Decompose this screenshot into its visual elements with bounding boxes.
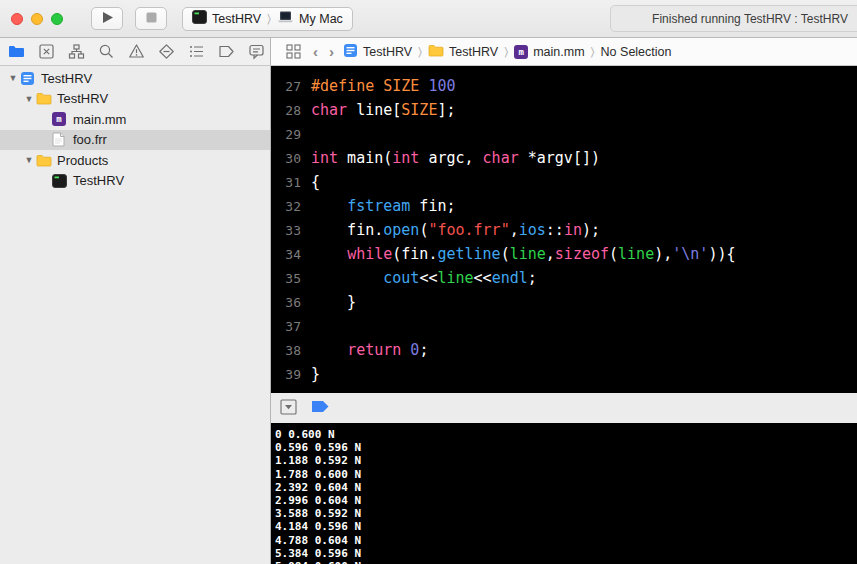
activity-viewer[interactable]: Finished running TestHRV : TestHRV xyxy=(610,5,857,32)
plain-file-icon xyxy=(52,132,69,147)
laptop-icon xyxy=(277,11,294,26)
console-text: 0 0.600 N 0.596 0.596 N 1.188 0.592 N 1.… xyxy=(275,428,857,564)
minimize-window-button[interactable] xyxy=(31,13,43,25)
folder-icon xyxy=(428,44,444,60)
project-navigator-icon[interactable] xyxy=(5,42,27,61)
breakpoint-navigator-icon[interactable] xyxy=(215,42,237,61)
chevron-right-icon: 〉 xyxy=(417,45,423,59)
line-number: 28 xyxy=(271,99,311,123)
hide-debug-area-icon xyxy=(280,399,297,418)
project-file-icon xyxy=(343,43,358,61)
line-number: 30 xyxy=(271,147,311,171)
code-line: 27#define SIZE 100 xyxy=(271,74,857,98)
code-line: 38 return 0; xyxy=(271,338,857,362)
project-navigator-panel: ▼TestHRV▼TestHRVmmain.mmfoo.frr▼Products… xyxy=(0,66,271,564)
tree-item-foo-frr[interactable]: foo.frr xyxy=(0,130,270,151)
code-line: 40 xyxy=(271,386,857,393)
line-number: 38 xyxy=(271,339,311,363)
tree-item-label: Products xyxy=(57,153,108,168)
play-icon xyxy=(101,11,114,27)
tree-item-testhrv[interactable]: TestHRV xyxy=(0,171,270,192)
code-line: 30int main(int argc, char *argv[]) xyxy=(271,146,857,170)
breadcrumb-label: main.mm xyxy=(533,45,584,59)
hide-debug-area-button[interactable] xyxy=(280,399,297,418)
run-button[interactable] xyxy=(91,7,123,30)
console-output[interactable]: 0 0.600 N 0.596 0.596 N 1.188 0.592 N 1.… xyxy=(271,423,857,564)
tree-item-label: TestHRV xyxy=(41,71,92,86)
breadcrumb-item[interactable]: No Selection xyxy=(601,45,672,59)
code-line: 37 xyxy=(271,314,857,338)
go-back-button[interactable]: ‹ xyxy=(311,43,320,60)
chevron-right-icon: 〉 xyxy=(266,12,272,26)
line-number: 29 xyxy=(271,123,311,147)
code-line: 33 fin.open("foo.frr",ios::in); xyxy=(271,218,857,242)
symbol-navigator-icon[interactable] xyxy=(65,42,87,61)
line-number: 35 xyxy=(271,267,311,291)
scheme-selector[interactable]: TestHRV 〉 My Mac xyxy=(182,7,353,31)
breadcrumb-label: TestHRV xyxy=(449,45,498,59)
folder-icon xyxy=(36,92,53,105)
mm-file-icon: m xyxy=(52,112,69,126)
source-control-navigator-icon[interactable] xyxy=(35,42,57,61)
breadcrumb-item[interactable]: TestHRV xyxy=(428,44,498,60)
test-navigator-icon[interactable] xyxy=(155,42,177,61)
tree-item-products[interactable]: ▼Products xyxy=(0,150,270,171)
activity-status-text: Finished running TestHRV : TestHRV xyxy=(652,12,848,26)
code-line: 28char line[SIZE]; xyxy=(271,98,857,122)
tree-item-label: main.mm xyxy=(73,112,126,127)
breadcrumb-label: TestHRV xyxy=(363,45,412,59)
stop-button[interactable] xyxy=(135,7,167,30)
tree-item-label: TestHRV xyxy=(73,173,124,188)
disclosure-triangle-icon[interactable]: ▼ xyxy=(22,94,36,104)
code-line: 31{ xyxy=(271,170,857,194)
line-number: 34 xyxy=(271,243,311,267)
related-items-icon[interactable] xyxy=(282,42,304,61)
main-area: ▼TestHRV▼TestHRVmmain.mmfoo.frr▼Products… xyxy=(0,66,857,564)
line-number: 37 xyxy=(271,315,311,339)
report-navigator-icon[interactable] xyxy=(245,42,267,61)
terminal-app-icon xyxy=(52,174,69,188)
debug-bar xyxy=(271,393,857,423)
tree-item-main-mm[interactable]: mmain.mm xyxy=(0,109,270,130)
breadcrumb-label: No Selection xyxy=(601,45,672,59)
project-file-icon xyxy=(20,71,37,86)
line-number: 36 xyxy=(271,291,311,315)
scheme-target-label: TestHRV xyxy=(212,12,261,26)
disclosure-triangle-icon[interactable]: ▼ xyxy=(22,155,36,165)
code-line: 32 fstream fin; xyxy=(271,194,857,218)
tree-item-label: TestHRV xyxy=(57,91,108,106)
breakpoints-toggle-button[interactable] xyxy=(311,400,330,416)
line-number: 31 xyxy=(271,171,311,195)
titlebar: TestHRV 〉 My Mac Finished running TestHR… xyxy=(0,0,857,38)
breakpoint-arrow-icon xyxy=(311,400,330,416)
tree-item-label: foo.frr xyxy=(73,132,107,147)
code-line: 39} xyxy=(271,362,857,386)
chevron-right-icon: 〉 xyxy=(590,45,596,59)
close-window-button[interactable] xyxy=(11,13,23,25)
issue-navigator-icon[interactable] xyxy=(125,42,147,61)
mm-file-icon: m xyxy=(514,44,528,59)
line-number: 27 xyxy=(271,75,311,99)
breadcrumb-item[interactable]: mmain.mm xyxy=(514,44,584,59)
tree-item-testhrv[interactable]: ▼TestHRV xyxy=(0,68,270,89)
go-forward-button[interactable]: › xyxy=(327,43,336,60)
tree-item-testhrv[interactable]: ▼TestHRV xyxy=(0,89,270,110)
find-navigator-icon[interactable] xyxy=(95,42,117,61)
stop-icon xyxy=(146,11,157,26)
line-number: 39 xyxy=(271,363,311,387)
toolbar-row-2: ‹ › TestHRV〉TestHRV〉mmain.mm〉No Selectio… xyxy=(0,38,857,66)
code-line: 34 while(fin.getline(line,sizeof(line),'… xyxy=(271,242,857,266)
code-line: 29 xyxy=(271,122,857,146)
disclosure-triangle-icon[interactable]: ▼ xyxy=(6,73,20,83)
breadcrumb-item[interactable]: TestHRV xyxy=(343,43,412,61)
traffic-lights xyxy=(11,13,63,25)
line-number: 32 xyxy=(271,195,311,219)
xcode-window: TestHRV 〉 My Mac Finished running TestHR… xyxy=(0,0,857,564)
chevron-right-icon: 〉 xyxy=(503,45,509,59)
zoom-window-button[interactable] xyxy=(51,13,63,25)
line-number: 33 xyxy=(271,219,311,243)
code-line: 36 } xyxy=(271,290,857,314)
code-editor[interactable]: 27#define SIZE 10028char line[SIZE];2930… xyxy=(271,66,857,393)
folder-icon xyxy=(36,154,53,167)
debug-navigator-icon[interactable] xyxy=(185,42,207,61)
